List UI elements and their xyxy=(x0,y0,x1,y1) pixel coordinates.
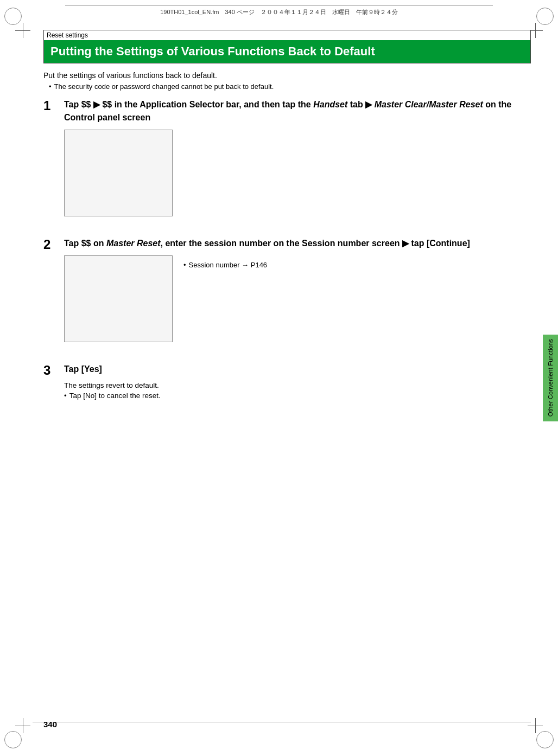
crosshair-br xyxy=(528,718,543,733)
section-title-bar: Putting the Settings of Various Function… xyxy=(44,40,530,63)
page-header: 190TH01_1col_EN.fm 340 ページ ２００４年１１月２４日 水… xyxy=(65,5,493,16)
step-2-image xyxy=(64,255,173,342)
step-3-sub-bullet: • Tap [No] to cancel the reset. xyxy=(64,392,531,400)
step-2-side-note-text: Session number → P146 xyxy=(189,261,268,269)
step-3-instruction: Tap [Yes] xyxy=(64,363,531,376)
intro-bullet: • The security code or password changed … xyxy=(49,82,531,91)
main-content: Reset settings Putting the Settings of V… xyxy=(43,30,531,713)
step-3-content: Tap [Yes] The settings revert to default… xyxy=(64,363,531,400)
page-number: 340 xyxy=(43,720,57,729)
bottom-rule xyxy=(33,722,531,722)
bullet-icon: • xyxy=(49,82,52,91)
step-2-layout: • Session number → P146 xyxy=(64,255,531,353)
step-1-content: Tap $$ ▶ $$ in the Application Selector … xyxy=(64,98,531,227)
crosshair-bl xyxy=(15,718,30,733)
step-2-bullet: • Session number → P146 xyxy=(183,261,267,269)
crosshair-tl xyxy=(15,23,30,38)
step-1-instruction: Tap $$ ▶ $$ in the Application Selector … xyxy=(64,98,531,124)
intro-section: Put the settings of various functions ba… xyxy=(43,71,531,91)
section-label: Reset settings xyxy=(44,30,530,40)
step-3-number: 3 xyxy=(43,363,64,377)
step-3-sub-text: The settings revert to default. xyxy=(64,381,531,389)
step-2-side-note: • Session number → P146 xyxy=(183,255,267,269)
step-1-image xyxy=(64,130,173,216)
step-3-bullet-text: Tap [No] to cancel the reset. xyxy=(69,392,161,400)
step-2-instruction: Tap $$ on Master Reset, enter the sessio… xyxy=(64,237,531,250)
intro-bullet-text: The security code or password changed ca… xyxy=(54,82,274,91)
section-header-box: Reset settings Putting the Settings of V… xyxy=(43,30,531,63)
step-1: 1 Tap $$ ▶ $$ in the Application Selecto… xyxy=(43,98,531,227)
corner-decoration-br xyxy=(536,731,554,748)
intro-main-text: Put the settings of various functions ba… xyxy=(43,71,531,80)
step-2: 2 Tap $$ on Master Reset, enter the sess… xyxy=(43,237,531,353)
corner-decoration-bl xyxy=(4,731,22,748)
step-2-number: 2 xyxy=(43,237,64,251)
step-1-number: 1 xyxy=(43,98,64,112)
step-2-content: Tap $$ on Master Reset, enter the sessio… xyxy=(64,237,531,353)
side-tab-label: Other Convenient Functions xyxy=(547,339,554,417)
step-3-bullet-dot: • xyxy=(64,392,67,400)
step-3: 3 Tap [Yes] The settings revert to defau… xyxy=(43,363,531,400)
step-2-bullet-dot: • xyxy=(183,261,186,269)
section-title: Putting the Settings of Various Function… xyxy=(50,44,375,58)
side-tab: Other Convenient Functions xyxy=(543,335,558,421)
